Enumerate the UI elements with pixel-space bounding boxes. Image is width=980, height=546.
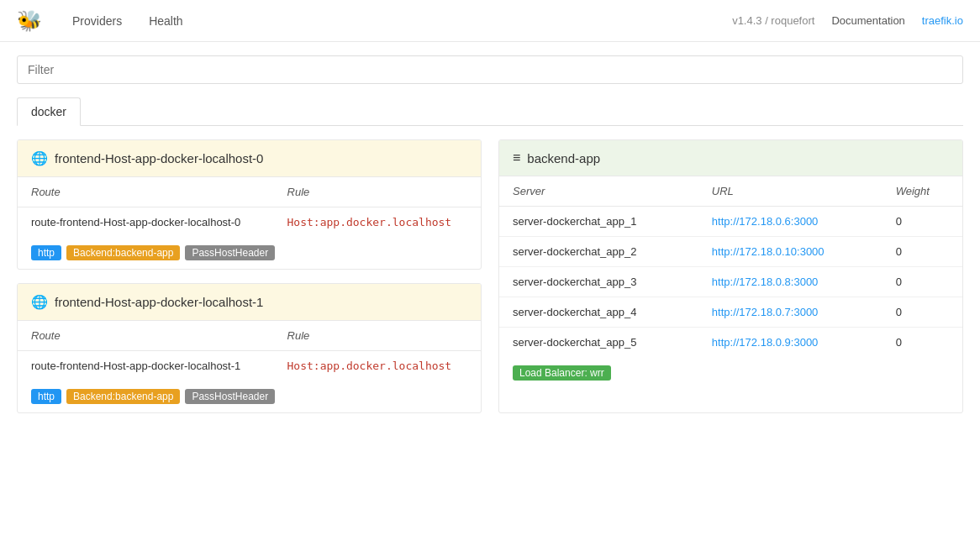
tag-http-1: http bbox=[31, 389, 61, 404]
server-url-2: http://172.18.0.8:3000 bbox=[698, 267, 883, 297]
backend-title: backend-app bbox=[527, 151, 600, 165]
server-url-0: http://172.18.0.6:3000 bbox=[698, 207, 883, 237]
server-name-0: server-dockerchat_app_1 bbox=[499, 207, 698, 237]
col-rule-0: Rule bbox=[274, 177, 481, 207]
frontend-0-table: Route Rule route-frontend-Host-app-docke… bbox=[18, 177, 481, 237]
table-row: server-dockerchat_app_5 http://172.18.0.… bbox=[499, 328, 962, 358]
table-row: route-frontend-Host-app-docker-localhost… bbox=[18, 207, 481, 238]
tag-backend-0: Backend:backend-app bbox=[66, 245, 180, 260]
traefik-io-link[interactable]: traefik.io bbox=[922, 14, 963, 27]
tag-backend-1: Backend:backend-app bbox=[66, 389, 180, 404]
nav-health[interactable]: Health bbox=[135, 0, 196, 42]
nav-providers[interactable]: Providers bbox=[59, 0, 135, 42]
version-label: v1.4.3 / roquefort bbox=[732, 14, 814, 27]
frontend-0-footer: http Backend:backend-app PassHostHeader bbox=[18, 237, 481, 269]
server-weight-3: 0 bbox=[883, 297, 962, 328]
provider-tabs: docker bbox=[17, 97, 963, 126]
server-url-3: http://172.18.0.7:3000 bbox=[698, 297, 883, 328]
col-rule-1: Rule bbox=[274, 321, 481, 351]
server-url-4: http://172.18.0.9:3000 bbox=[698, 328, 883, 358]
col-route-1: Route bbox=[18, 321, 274, 351]
frontend-card-1: 🌐 frontend-Host-app-docker-localhost-1 R… bbox=[17, 283, 482, 413]
server-weight-1: 0 bbox=[883, 237, 962, 267]
rule-value-1: Host:app.docker.localhost bbox=[274, 351, 481, 381]
tab-docker[interactable]: docker bbox=[17, 97, 81, 126]
col-route-0: Route bbox=[18, 177, 274, 207]
server-name-1: server-dockerchat_app_2 bbox=[499, 237, 698, 267]
route-name-1: route-frontend-Host-app-docker-localhost… bbox=[18, 351, 274, 381]
frontend-1-icon: 🌐 bbox=[31, 294, 48, 310]
backend-footer: Load Balancer: wrr bbox=[499, 357, 962, 389]
frontend-1-footer: http Backend:backend-app PassHostHeader bbox=[18, 381, 481, 412]
table-row: route-frontend-Host-app-docker-localhost… bbox=[18, 351, 481, 381]
tag-passhost-1: PassHostHeader bbox=[185, 389, 275, 404]
main-content: docker 🌐 frontend-Host-app-docker-localh… bbox=[0, 42, 980, 427]
backend-card-header: ≡ backend-app bbox=[499, 140, 962, 176]
frontend-card-0: 🌐 frontend-Host-app-docker-localhost-0 R… bbox=[17, 139, 482, 270]
table-row: server-dockerchat_app_4 http://172.18.0.… bbox=[499, 297, 962, 328]
frontend-card-1-header: 🌐 frontend-Host-app-docker-localhost-1 bbox=[18, 284, 481, 321]
col-weight: Weight bbox=[883, 176, 962, 207]
header-right: v1.4.3 / roquefort Documentation traefik… bbox=[732, 14, 963, 27]
col-url: URL bbox=[698, 176, 883, 207]
backend-icon: ≡ bbox=[513, 150, 520, 165]
frontend-1-title: frontend-Host-app-docker-localhost-1 bbox=[55, 295, 263, 309]
documentation-link[interactable]: Documentation bbox=[831, 14, 904, 27]
tag-lb: Load Balancer: wrr bbox=[513, 365, 611, 381]
route-name-0: route-frontend-Host-app-docker-localhost… bbox=[18, 207, 274, 238]
content-grid: 🌐 frontend-Host-app-docker-localhost-0 R… bbox=[17, 139, 963, 413]
server-weight-0: 0 bbox=[883, 207, 962, 237]
backend-card: ≡ backend-app Server URL Weight server-d… bbox=[498, 139, 963, 413]
left-column: 🌐 frontend-Host-app-docker-localhost-0 R… bbox=[17, 139, 482, 413]
col-server: Server bbox=[499, 176, 698, 207]
table-row: server-dockerchat_app_1 http://172.18.0.… bbox=[499, 207, 962, 237]
backend-table: Server URL Weight server-dockerchat_app_… bbox=[499, 176, 962, 357]
server-name-3: server-dockerchat_app_4 bbox=[499, 297, 698, 328]
tag-passhost-0: PassHostHeader bbox=[185, 245, 275, 260]
frontend-0-title: frontend-Host-app-docker-localhost-0 bbox=[55, 151, 263, 165]
filter-input[interactable] bbox=[17, 55, 963, 84]
table-row: server-dockerchat_app_2 http://172.18.0.… bbox=[499, 237, 962, 267]
app-header: 🐝 Providers Health v1.4.3 / roquefort Do… bbox=[0, 0, 980, 42]
frontend-0-icon: 🌐 bbox=[31, 150, 48, 166]
frontend-card-0-header: 🌐 frontend-Host-app-docker-localhost-0 bbox=[18, 140, 481, 177]
app-logo: 🐝 bbox=[17, 9, 42, 33]
server-weight-2: 0 bbox=[883, 267, 962, 297]
server-name-2: server-dockerchat_app_3 bbox=[499, 267, 698, 297]
server-name-4: server-dockerchat_app_5 bbox=[499, 328, 698, 358]
main-nav: Providers Health bbox=[59, 0, 197, 42]
server-weight-4: 0 bbox=[883, 328, 962, 358]
tag-http-0: http bbox=[31, 245, 61, 260]
frontend-1-table: Route Rule route-frontend-Host-app-docke… bbox=[18, 321, 481, 381]
table-row: server-dockerchat_app_3 http://172.18.0.… bbox=[499, 267, 962, 297]
server-url-1: http://172.18.0.10:3000 bbox=[698, 237, 883, 267]
rule-value-0: Host:app.docker.localhost bbox=[274, 207, 481, 238]
